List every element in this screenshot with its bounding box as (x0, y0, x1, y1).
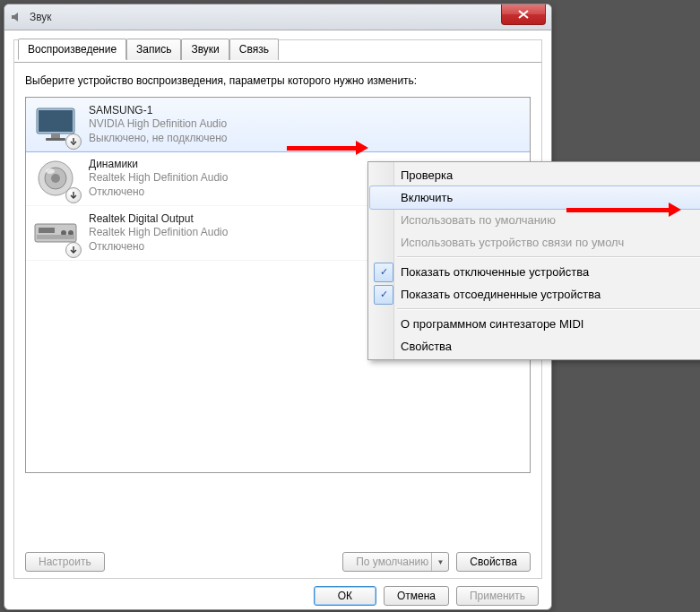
bottom-button-row: Настроить По умолчанию ▼ Свойства (25, 552, 531, 572)
tab-playback[interactable]: Воспроизведение (18, 39, 126, 60)
speaker-icon (33, 157, 78, 200)
set-default-button[interactable]: По умолчанию ▼ (342, 552, 449, 572)
tab-communications[interactable]: Связь (229, 39, 279, 60)
receiver-icon (33, 211, 78, 254)
device-name: Динамики (89, 158, 228, 172)
disabled-badge-icon (65, 134, 82, 150)
device-text: Динамики Realtek High Definition Audio О… (89, 158, 228, 200)
cancel-button[interactable]: Отмена (384, 586, 449, 606)
device-item-samsung[interactable]: SAMSUNG-1 NVIDIA High Definition Audio В… (25, 97, 531, 152)
set-default-label: По умолчанию (356, 556, 428, 568)
menu-test[interactable]: Проверка (370, 164, 700, 186)
svg-rect-9 (39, 228, 55, 233)
device-status: Выключено, не подключено (89, 132, 228, 146)
tab-recording[interactable]: Запись (126, 39, 181, 60)
configure-button[interactable]: Настроить (25, 552, 105, 572)
svg-rect-1 (39, 110, 73, 132)
device-text: SAMSUNG-1 NVIDIA High Definition Audio В… (89, 104, 228, 146)
menu-set-default-comm[interactable]: Использовать устройство связи по умолч (370, 231, 700, 254)
device-name: SAMSUNG-1 (89, 104, 228, 118)
titlebar[interactable]: Звук (4, 4, 551, 30)
sound-icon (10, 10, 24, 24)
context-menu: Проверка Включить Использовать по умолча… (367, 161, 700, 360)
checkmark-icon: ✓ (374, 263, 393, 282)
device-status: Отключено (89, 185, 228, 200)
close-button[interactable] (501, 4, 546, 25)
tab-strip: Воспроизведение Запись Звуки Связь (14, 39, 541, 60)
svg-rect-12 (37, 235, 74, 239)
menu-separator (397, 256, 700, 258)
svg-point-7 (46, 168, 55, 174)
dialog-button-row: ОК Отмена Применить (4, 579, 551, 612)
apply-button[interactable]: Применить (456, 586, 539, 606)
menu-properties[interactable]: Свойства (370, 335, 700, 358)
menu-midi[interactable]: О программном синтезаторе MIDI (370, 313, 700, 335)
tab-sounds[interactable]: Звуки (181, 39, 229, 60)
svg-rect-2 (51, 134, 60, 138)
menu-show-disconnected[interactable]: ✓ Показать отсоединенные устройства (370, 283, 700, 306)
menu-label: Показать отсоединенные устройства (401, 288, 601, 301)
svg-point-6 (51, 174, 60, 183)
menu-show-disabled[interactable]: ✓ Показать отключенные устройства (370, 261, 700, 283)
device-status: Отключено (89, 240, 228, 254)
device-driver: Realtek High Definition Audio (89, 171, 228, 185)
annotation-arrow (566, 208, 676, 212)
disabled-badge-icon (65, 242, 82, 258)
svg-rect-3 (46, 138, 65, 141)
window-title: Звук (30, 11, 52, 23)
annotation-arrow (287, 146, 363, 151)
chevron-down-icon: ▼ (436, 558, 444, 566)
disabled-badge-icon (65, 187, 82, 203)
checkmark-icon: ✓ (374, 285, 393, 305)
ok-button[interactable]: ОК (314, 586, 376, 606)
device-text: Realtek Digital Output Realtek High Defi… (89, 212, 228, 254)
device-driver: Realtek High Definition Audio (89, 226, 228, 240)
device-name: Realtek Digital Output (89, 212, 228, 227)
monitor-icon (33, 103, 78, 146)
menu-enable[interactable]: Включить (369, 185, 700, 210)
device-driver: NVIDIA High Definition Audio (89, 117, 228, 132)
menu-label: Показать отключенные устройства (401, 265, 589, 279)
menu-separator (397, 308, 700, 310)
properties-button[interactable]: Свойства (456, 552, 531, 572)
instruction-text: Выберите устройство воспроизведения, пар… (25, 73, 531, 88)
